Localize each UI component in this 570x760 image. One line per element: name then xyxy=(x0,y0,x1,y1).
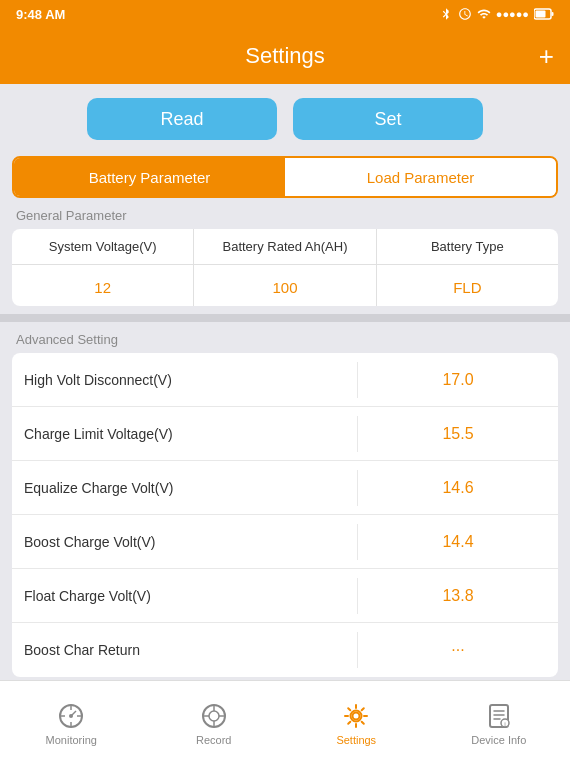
read-button[interactable]: Read xyxy=(87,98,277,140)
nav-monitoring-label: Monitoring xyxy=(46,734,97,746)
col-header-2: Battery Type xyxy=(385,239,550,254)
battery-icon xyxy=(534,8,554,20)
row-value-5: ··· xyxy=(358,631,558,669)
general-param-label: General Parameter xyxy=(12,198,558,229)
signal-icon xyxy=(477,7,491,21)
col-battery-rated: Battery Rated Ah(AH) xyxy=(194,229,376,264)
status-time: 9:48 AM xyxy=(16,7,65,22)
nav-device-info-label: Device Info xyxy=(471,734,526,746)
val-battery-rated: 100 xyxy=(194,265,376,306)
row-value-1: 15.5 xyxy=(358,415,558,453)
set-button[interactable]: Set xyxy=(293,98,483,140)
row-value-4: 13.8 xyxy=(358,577,558,615)
nav-settings[interactable]: Settings xyxy=(285,696,428,746)
settings-icon xyxy=(342,702,370,730)
action-buttons: Read Set xyxy=(12,98,558,140)
header: Settings + xyxy=(0,28,570,84)
nav-record-label: Record xyxy=(196,734,231,746)
svg-line-9 xyxy=(71,711,76,716)
tab-battery-param[interactable]: Battery Parameter xyxy=(14,158,285,196)
svg-rect-1 xyxy=(536,11,546,18)
row-label-2: Equalize Charge Volt(V) xyxy=(12,470,358,506)
val-0: 12 xyxy=(20,279,185,296)
nav-record[interactable]: Record xyxy=(143,696,286,746)
monitoring-icon xyxy=(57,702,85,730)
svg-rect-2 xyxy=(552,12,554,16)
tab-load-param[interactable]: Load Parameter xyxy=(285,158,556,196)
row-value-3: 14.4 xyxy=(358,523,558,561)
svg-point-11 xyxy=(209,711,219,721)
page-title: Settings xyxy=(245,43,325,69)
row-label-0: High Volt Disconnect(V) xyxy=(12,362,358,398)
tab-selector: Battery Parameter Load Parameter xyxy=(12,156,558,198)
bluetooth-icon xyxy=(439,7,453,21)
row-label-3: Boost Charge Volt(V) xyxy=(12,524,358,560)
table-row: Boost Charge Volt(V) 14.4 xyxy=(12,515,558,569)
nav-monitoring[interactable]: Monitoring xyxy=(0,696,143,746)
val-2: FLD xyxy=(385,279,550,296)
status-icons: ●●●●● xyxy=(439,7,554,21)
table-row: Float Charge Volt(V) 13.8 xyxy=(12,569,558,623)
device-info-icon: i xyxy=(485,702,513,730)
bottom-nav: Monitoring Record Settings xyxy=(0,680,570,760)
svg-point-16 xyxy=(353,712,360,719)
section-divider xyxy=(0,314,570,322)
val-system-voltage: 12 xyxy=(12,265,194,306)
settings-table: High Volt Disconnect(V) 17.0 Charge Limi… xyxy=(12,353,558,677)
add-button[interactable]: + xyxy=(539,41,554,72)
status-bar: 9:48 AM ●●●●● xyxy=(0,0,570,28)
row-value-2: 14.6 xyxy=(358,469,558,507)
alarm-icon xyxy=(458,7,472,21)
row-value-0: 17.0 xyxy=(358,361,558,399)
col-battery-type: Battery Type xyxy=(377,229,558,264)
table-row: Equalize Charge Volt(V) 14.6 xyxy=(12,461,558,515)
row-label-1: Charge Limit Voltage(V) xyxy=(12,416,358,452)
table-row: High Volt Disconnect(V) 17.0 xyxy=(12,353,558,407)
table-row: Boost Char Return ··· xyxy=(12,623,558,677)
nav-settings-label: Settings xyxy=(336,734,376,746)
col-header-1: Battery Rated Ah(AH) xyxy=(202,239,367,254)
row-label-5: Boost Char Return xyxy=(12,632,358,668)
general-param-block: System Voltage(V) Battery Rated Ah(AH) B… xyxy=(12,229,558,306)
battery-indicator: ●●●●● xyxy=(496,8,529,20)
general-param-values: 12 100 FLD xyxy=(12,265,558,306)
row-label-4: Float Charge Volt(V) xyxy=(12,578,358,614)
general-param-headers: System Voltage(V) Battery Rated Ah(AH) B… xyxy=(12,229,558,265)
advanced-setting-label: Advanced Setting xyxy=(12,322,558,353)
nav-device-info[interactable]: i Device Info xyxy=(428,696,571,746)
val-1: 100 xyxy=(202,279,367,296)
table-row: Charge Limit Voltage(V) 15.5 xyxy=(12,407,558,461)
col-header-0: System Voltage(V) xyxy=(20,239,185,254)
record-icon xyxy=(200,702,228,730)
val-battery-type: FLD xyxy=(377,265,558,306)
col-system-voltage: System Voltage(V) xyxy=(12,229,194,264)
main-content: Read Set Battery Parameter Load Paramete… xyxy=(0,84,570,680)
